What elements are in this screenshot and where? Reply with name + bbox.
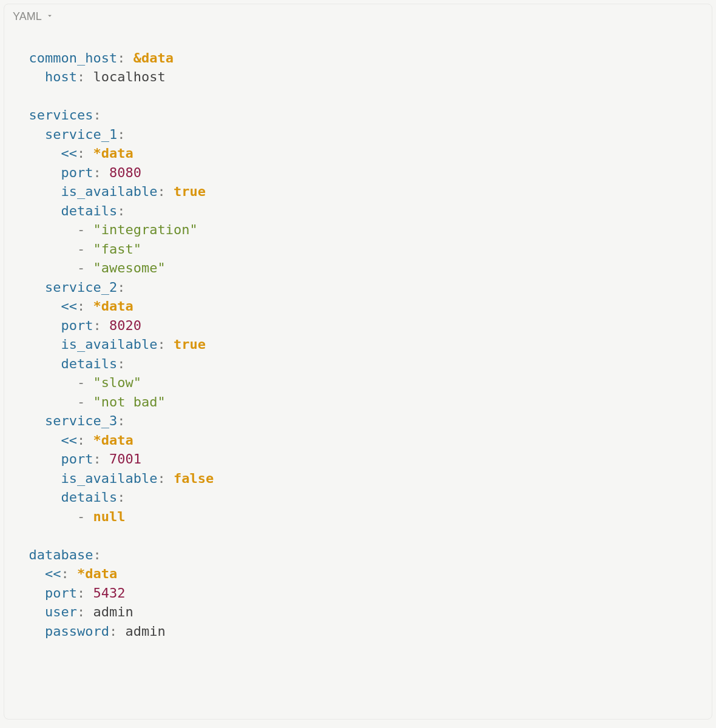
colon: : — [157, 337, 165, 352]
chevron-down-icon — [46, 10, 54, 23]
key-is-available: is_available — [61, 184, 157, 199]
colon: : — [77, 604, 85, 619]
language-selector[interactable]: YAML — [4, 4, 712, 27]
colon: : — [157, 471, 165, 486]
key-details: details — [61, 203, 117, 218]
key-service-2: service_2 — [45, 280, 117, 295]
colon: : — [109, 624, 117, 639]
line: - "integration" — [13, 222, 198, 237]
colon: : — [117, 203, 125, 218]
line: - "fast" — [13, 241, 141, 257]
alias-data: *data — [93, 298, 133, 314]
merge-key: << — [45, 566, 61, 581]
list-dash: - — [77, 241, 85, 257]
line: <<: *data — [13, 433, 133, 448]
list-item: "not bad" — [93, 394, 165, 410]
value-password: admin — [125, 624, 165, 639]
value-port: 8020 — [109, 318, 141, 333]
line: <<: *data — [13, 566, 117, 581]
merge-key: << — [61, 298, 77, 314]
key-services: services — [29, 107, 93, 123]
line: service_1: — [13, 127, 125, 142]
line: <<: *data — [13, 298, 133, 314]
colon: : — [117, 356, 125, 371]
value-host: localhost — [93, 69, 165, 84]
colon: : — [93, 451, 101, 467]
key-port: port — [61, 451, 93, 467]
line: service_3: — [13, 413, 125, 428]
key-common-host: common_host — [29, 50, 118, 66]
line: common_host: &data — [13, 50, 174, 66]
blank-line — [13, 89, 21, 104]
key-user: user — [45, 604, 77, 619]
alias-data: *data — [77, 566, 117, 581]
anchor-data: &data — [133, 50, 174, 66]
line: - "slow" — [13, 375, 141, 390]
key-port: port — [61, 318, 93, 333]
key-port: port — [45, 585, 77, 601]
list-item: "fast" — [93, 241, 141, 257]
key-details: details — [61, 356, 117, 371]
colon: : — [77, 433, 85, 448]
key-database: database — [29, 547, 93, 562]
line: port: 8020 — [13, 318, 141, 333]
list-item: "awesome" — [93, 260, 165, 275]
key-host: host — [45, 69, 77, 84]
code-card: YAML common_host: &data host: localhost … — [4, 4, 712, 720]
alias-data: *data — [93, 433, 133, 448]
blank-line — [13, 528, 21, 543]
code-block: common_host: &data host: localhost servi… — [4, 27, 712, 649]
list-dash: - — [77, 222, 85, 237]
line: details: — [13, 203, 125, 218]
value-false: false — [174, 471, 214, 486]
list-dash: - — [77, 260, 85, 275]
colon: : — [93, 165, 101, 180]
colon: : — [77, 298, 85, 314]
line: - "awesome" — [13, 260, 166, 275]
key-is-available: is_available — [61, 337, 157, 352]
colon: : — [117, 413, 125, 428]
key-details: details — [61, 490, 117, 505]
colon: : — [61, 566, 69, 581]
line: port: 8080 — [13, 165, 141, 180]
colon: : — [77, 146, 85, 161]
key-service-1: service_1 — [45, 127, 117, 142]
line: details: — [13, 490, 125, 505]
merge-key: << — [61, 433, 77, 448]
line: <<: *data — [13, 146, 133, 161]
line: - null — [13, 509, 125, 524]
key-is-available: is_available — [61, 471, 157, 486]
colon: : — [157, 184, 165, 199]
value-port: 5432 — [93, 585, 125, 601]
list-item: "slow" — [93, 375, 141, 390]
line: user: admin — [13, 604, 133, 619]
value-true: true — [174, 184, 206, 199]
key-password: password — [45, 624, 109, 639]
list-dash: - — [77, 375, 85, 390]
colon: : — [117, 280, 125, 295]
line: database: — [13, 547, 101, 562]
language-label: YAML — [13, 10, 42, 23]
line: service_2: — [13, 280, 125, 295]
colon: : — [77, 69, 85, 84]
line: - "not bad" — [13, 394, 166, 410]
colon: : — [93, 547, 101, 562]
colon: : — [117, 50, 125, 66]
list-dash: - — [77, 509, 85, 524]
merge-key: << — [61, 146, 77, 161]
value-null: null — [93, 509, 125, 524]
colon: : — [77, 585, 85, 601]
line: port: 7001 — [13, 451, 141, 467]
key-service-3: service_3 — [45, 413, 117, 428]
alias-data: *data — [93, 146, 133, 161]
key-port: port — [61, 165, 93, 180]
colon: : — [93, 107, 101, 123]
line: host: localhost — [13, 69, 166, 84]
line: password: admin — [13, 624, 166, 639]
value-user: admin — [93, 604, 133, 619]
value-port: 7001 — [109, 451, 141, 467]
line: port: 5432 — [13, 585, 125, 601]
colon: : — [93, 318, 101, 333]
colon: : — [117, 127, 125, 142]
line: details: — [13, 356, 125, 371]
